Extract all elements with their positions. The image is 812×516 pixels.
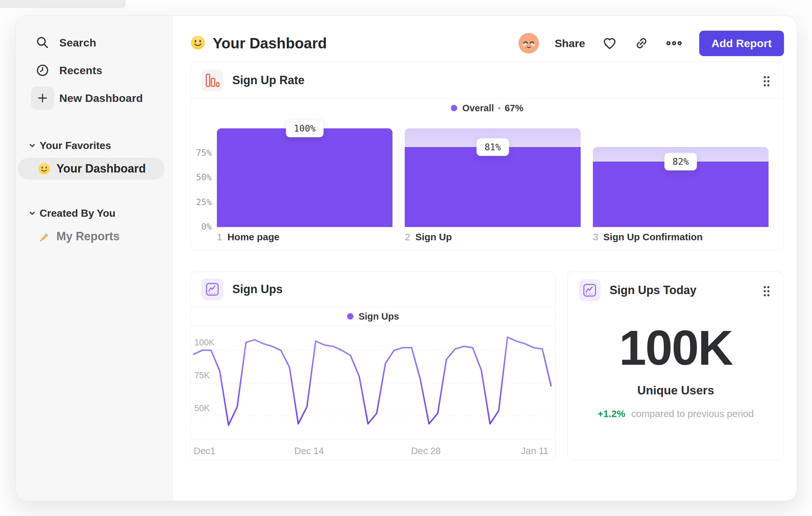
legend-dot <box>347 313 353 320</box>
funnel-bar-sign-up-confirmation[interactable]: 82% <box>593 128 768 227</box>
kpi-body: 100K Unique Users +1.2% compared to prev… <box>568 308 784 419</box>
favorites-section: Your Favorites Your Dashboard <box>16 135 172 180</box>
sidebar: Search Recents New Das <box>16 16 173 501</box>
x-axis-tick: Dec 14 <box>294 446 324 456</box>
delta-suffix: compared to previous period <box>631 408 754 419</box>
avatar[interactable] <box>518 33 539 54</box>
y-axis-tick: 75K <box>194 371 210 381</box>
funnel-legend: Overall • 67% <box>191 99 784 117</box>
sidebar-item-your-dashboard[interactable]: Your Dashboard <box>18 158 165 180</box>
line-legend: Sign Ups <box>191 307 555 326</box>
section-title: Your Favorites <box>40 140 111 152</box>
line-series <box>194 337 551 425</box>
header-actions: Share <box>518 31 784 56</box>
funnel-fill <box>405 147 580 227</box>
x-axis-labels: Dec1 Dec 14 Dec 28 Jan 11 <box>191 440 555 461</box>
ellipsis-icon[interactable] <box>666 35 683 52</box>
sidebar-item-label: Recents <box>59 64 103 77</box>
line-chart-icon <box>579 279 601 301</box>
page-header: Your Dashboard Share <box>190 29 784 58</box>
kpi-label: Unique Users <box>637 384 714 397</box>
sidebar-item-new-dashboard[interactable]: New Dashboard <box>16 84 172 112</box>
y-axis-tick: 50% <box>192 172 212 182</box>
legend-separator: • <box>498 103 501 113</box>
app-window: Search Recents New Das <box>16 16 797 501</box>
smiley-emoji <box>190 35 206 52</box>
step-label: 3 Sign Up Confirmation <box>593 232 768 243</box>
card-header: Sign Up Rate <box>191 62 784 98</box>
delta-value: +1.2% <box>598 408 626 419</box>
kpi-delta: +1.2% compared to previous period <box>598 408 754 419</box>
card-title: Sign Ups Today <box>610 283 696 297</box>
sidebar-item-label: My Reports <box>56 229 120 243</box>
x-axis-tick: Dec 28 <box>411 446 441 456</box>
main-content: Your Dashboard Share <box>173 16 797 501</box>
value-tooltip: 82% <box>664 153 697 170</box>
funnel-fill <box>217 128 393 227</box>
card-header: Sign Ups Today <box>568 272 784 308</box>
sign-up-rate-card: Sign Up Rate Overall • 67% <box>190 62 784 250</box>
clock-icon <box>31 63 54 77</box>
line-chart-svg <box>191 326 555 440</box>
y-axis-tick: 100K <box>194 338 214 348</box>
line-chart-icon <box>201 278 223 300</box>
page-title: Your Dashboard <box>213 34 327 52</box>
sidebar-item-label: Search <box>59 36 96 49</box>
plus-icon <box>31 86 54 110</box>
card-header: Sign Ups <box>191 272 555 307</box>
sign-ups-today-card: Sign Ups Today 100K Unique Users + <box>568 272 784 460</box>
sidebar-item-recents[interactable]: Recents <box>16 56 172 84</box>
heart-icon[interactable] <box>602 35 617 51</box>
search-icon <box>31 35 54 50</box>
screen: Search Recents New Das <box>0 0 812 516</box>
card-title: Sign Ups <box>232 282 283 296</box>
add-report-button[interactable]: Add Report <box>699 31 784 56</box>
y-axis-tick: 0% <box>192 222 212 232</box>
chevron-down-icon <box>29 210 36 217</box>
section-created-by-you[interactable]: Created By You <box>16 203 172 223</box>
created-by-you-section: Created By You My Reports <box>16 203 172 247</box>
pencil-emoji <box>37 230 51 243</box>
sidebar-item-search[interactable]: Search <box>16 29 172 56</box>
sidebar-item-my-reports[interactable]: My Reports <box>18 225 165 247</box>
funnel-x-labels: 1 Home page 2 Sign Up 3 Sign Up Confirma… <box>217 232 768 243</box>
card-title: Sign Up Rate <box>232 74 304 87</box>
legend-value: 67% <box>504 103 523 113</box>
step-label: 2 Sign Up <box>405 232 580 243</box>
y-axis-tick: 75% <box>192 148 212 158</box>
x-axis-tick: Dec1 <box>194 446 215 456</box>
y-axis-tick: 50K <box>194 403 210 413</box>
bar-chart-icon <box>201 69 223 91</box>
funnel-bar-home-page[interactable]: 100% <box>217 128 393 227</box>
section-title: Created By You <box>40 207 115 219</box>
x-axis-tick: Jan 11 <box>521 446 548 456</box>
legend-label: Overall <box>462 103 494 113</box>
legend-label: Sign Ups <box>359 311 399 322</box>
legend-dot <box>451 105 457 111</box>
background-strip <box>0 0 126 8</box>
link-icon[interactable] <box>634 36 649 51</box>
section-your-favorites[interactable]: Your Favorites <box>16 135 172 156</box>
drag-handle-icon[interactable] <box>762 286 771 298</box>
smiley-emoji <box>37 162 51 175</box>
funnel-bar-sign-up[interactable]: 81% <box>405 128 580 227</box>
line-chart: 100K 75K 50K <box>191 326 555 440</box>
sidebar-item-label: Your Dashboard <box>56 162 146 175</box>
sign-ups-card: Sign Ups Sign Ups <box>190 272 556 460</box>
share-button[interactable]: Share <box>555 37 585 50</box>
kpi-value: 100K <box>619 323 732 372</box>
value-tooltip: 100% <box>286 120 323 137</box>
step-label: 1 Home page <box>217 232 393 243</box>
funnel-chart: 75% 50% 25% 0% 100% 81% <box>217 128 768 227</box>
value-tooltip: 81% <box>476 138 509 156</box>
chevron-down-icon <box>29 142 36 149</box>
funnel-fill <box>593 162 768 227</box>
bottom-row: Sign Ups Sign Ups <box>190 272 784 460</box>
sidebar-item-label: New Dashboard <box>59 92 143 105</box>
drag-handle-icon[interactable] <box>762 76 771 88</box>
y-axis-tick: 25% <box>192 197 212 207</box>
